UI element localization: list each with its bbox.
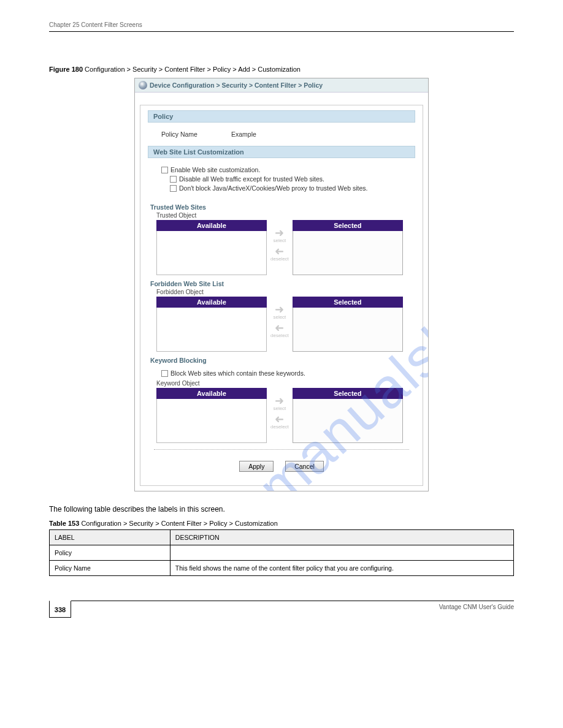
- chapter-header: Chapter 25 Content Filter Screens: [49, 21, 514, 28]
- policy-name-value: Example: [231, 131, 256, 138]
- description-table: LABEL DESCRIPTION Policy Policy Name Thi…: [49, 529, 514, 576]
- forbidden-selected-list[interactable]: [293, 308, 403, 352]
- trusted-selected-header: Selected: [293, 220, 403, 231]
- figure-label: Figure 180 Configuration > Security > Co…: [49, 66, 514, 73]
- trusted-object-label: Trusted Object: [156, 212, 415, 219]
- block-keywords-checkbox[interactable]: [161, 370, 168, 377]
- divider: [154, 449, 409, 450]
- trusted-picker: Available ➜ select ➜ deselect Selected: [156, 220, 415, 275]
- keyword-header: Keyword Blocking: [148, 357, 415, 364]
- select-label: select: [273, 315, 286, 320]
- forbidden-header: Forbidden Web Site List: [148, 280, 415, 287]
- table-col-desc: DESCRIPTION: [170, 530, 513, 545]
- enable-customization-checkbox[interactable]: [161, 167, 168, 173]
- globe-icon: [139, 81, 147, 89]
- keyword-available-header: Available: [156, 388, 267, 399]
- forbidden-picker: Available ➜ select ➜ deselect Selected: [156, 297, 415, 352]
- forbidden-available-list[interactable]: [156, 308, 267, 352]
- trusted-selected-list[interactable]: [293, 231, 403, 275]
- section-policy-header: Policy: [148, 110, 415, 123]
- page-footer: 338 Vantage CNM User's Guide: [49, 601, 514, 625]
- arrow-right-icon[interactable]: ➜: [275, 395, 284, 406]
- table-row: Policy Name This field shows the name of…: [50, 561, 514, 576]
- apply-button[interactable]: Apply: [239, 461, 274, 472]
- keyword-picker: Available ➜ select ➜ deselect Selected: [156, 388, 415, 443]
- deselect-label: deselect: [270, 333, 289, 338]
- disable-traffic-checkbox[interactable]: [170, 176, 177, 183]
- section-customization-header: Web Site List Customization: [148, 146, 415, 158]
- trusted-header: Trusted Web Sites: [148, 203, 415, 211]
- arrow-left-icon[interactable]: ➜: [275, 322, 284, 333]
- forbidden-object-label: Forbidden Object: [156, 289, 415, 295]
- table-caption: Table 153 Configuration > Security > Con…: [49, 520, 514, 527]
- policy-name-label: Policy Name: [161, 131, 229, 138]
- forbidden-available-header: Available: [156, 297, 267, 308]
- arrow-left-icon[interactable]: ➜: [275, 246, 284, 257]
- dont-block-checkbox[interactable]: [170, 185, 177, 192]
- deselect-label: deselect: [270, 425, 289, 430]
- arrow-right-icon[interactable]: ➜: [275, 304, 284, 315]
- screenshot-panel: Device Configuration > Security > Conten…: [134, 78, 429, 491]
- header-rule: [49, 31, 514, 32]
- footer-text: Vantage CNM User's Guide: [439, 604, 514, 610]
- keyword-available-list[interactable]: [156, 399, 267, 443]
- table-row: Policy: [50, 545, 514, 561]
- arrow-right-icon[interactable]: ➜: [275, 227, 284, 238]
- enable-customization-label: Enable Web site customization.: [170, 166, 260, 173]
- deselect-label: deselect: [270, 257, 289, 262]
- select-label: select: [273, 238, 286, 243]
- breadcrumb: Device Configuration > Security > Conten…: [135, 78, 428, 93]
- page-number: 338: [49, 601, 71, 618]
- trusted-available-list[interactable]: [156, 231, 267, 275]
- cancel-button[interactable]: Cancel: [285, 461, 324, 472]
- block-keywords-label: Block Web sites which contain these keyw…: [170, 370, 305, 377]
- trusted-available-header: Available: [156, 220, 267, 231]
- content-area: Policy Policy Name Example Web Site List…: [140, 105, 423, 486]
- keyword-selected-header: Selected: [293, 388, 403, 399]
- disable-traffic-label: Disable all Web traffic except for trust…: [179, 175, 324, 183]
- dont-block-label: Don't block Java/ActiveX/Cookies/Web pro…: [179, 184, 367, 192]
- table-col-label: LABEL: [50, 530, 170, 545]
- description-paragraph: The following table describes the labels…: [49, 505, 514, 514]
- keyword-object-label: Keyword Object: [156, 380, 415, 387]
- forbidden-selected-header: Selected: [293, 297, 403, 308]
- select-label: select: [273, 406, 286, 411]
- breadcrumb-text: Device Configuration > Security > Conten…: [150, 82, 323, 89]
- arrow-left-icon[interactable]: ➜: [275, 414, 284, 425]
- keyword-selected-list[interactable]: [293, 399, 403, 443]
